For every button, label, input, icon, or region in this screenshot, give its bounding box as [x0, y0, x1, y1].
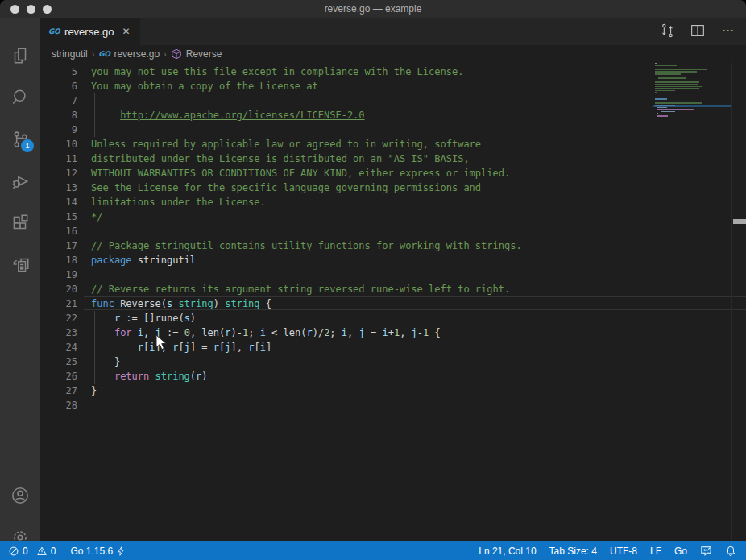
eol-indicator[interactable]: LF	[650, 545, 661, 557]
line-number[interactable]: 10	[40, 137, 77, 151]
code-line[interactable]: 20// Reverse returns its argument string…	[40, 282, 746, 297]
code-line[interactable]: 13See the License for the specific langu…	[40, 180, 746, 195]
code-line[interactable]: 11distributed under the License is distr…	[40, 151, 746, 166]
code-line[interactable]: 18package stringutil	[40, 253, 746, 268]
line-number[interactable]: 16	[40, 224, 77, 239]
code-line[interactable]: 12WITHOUT WARRANTIES OR CONDITIONS OF AN…	[40, 166, 746, 180]
minimap-line	[655, 69, 707, 71]
warning-count: 0	[51, 545, 56, 557]
activity-bar: 1	[0, 18, 40, 541]
more-actions-icon[interactable]: ⋯	[719, 21, 738, 40]
line-number[interactable]: 28	[40, 398, 77, 413]
minimap[interactable]	[653, 63, 731, 541]
line-number[interactable]: 11	[40, 151, 77, 166]
problems-indicator[interactable]: 0 0	[8, 545, 56, 557]
extensions-icon[interactable]	[0, 204, 40, 243]
code-line[interactable]: 15*/	[40, 209, 746, 224]
breadcrumb-symbol[interactable]: Reverse	[186, 48, 222, 60]
window-close-button[interactable]	[10, 5, 19, 14]
code-editor[interactable]: 5you may not use this file except in com…	[40, 63, 746, 541]
code-line[interactable]: 25 }	[40, 355, 746, 369]
code-line[interactable]: 28	[40, 398, 746, 413]
line-number[interactable]: 22	[40, 311, 77, 326]
code-text: }	[91, 355, 120, 369]
indentation-indicator[interactable]: Tab Size: 4	[549, 545, 597, 557]
minimap-line	[657, 115, 668, 117]
line-number[interactable]: 8	[40, 108, 77, 122]
cursor-position-indicator[interactable]: Ln 21, Col 10	[479, 545, 536, 557]
code-area[interactable]: 5you may not use this file except in com…	[40, 63, 746, 541]
code-text: WITHOUT WARRANTIES OR CONDITIONS OF ANY …	[91, 166, 510, 180]
tab-bar: GO reverse.go ✕	[40, 18, 746, 45]
code-line[interactable]: 14limitations under the License.	[40, 195, 746, 209]
line-number[interactable]: 23	[40, 326, 77, 340]
line-number[interactable]: 26	[40, 369, 77, 384]
warning-icon	[36, 545, 48, 557]
search-icon[interactable]	[0, 78, 40, 117]
notifications-bell-icon[interactable]	[725, 545, 736, 557]
minimap-line	[655, 63, 657, 64]
line-number[interactable]: 19	[40, 268, 77, 282]
line-number[interactable]: 20	[40, 282, 77, 297]
run-debug-icon[interactable]	[0, 162, 40, 201]
code-text: for i, j := 0, len(r)-1; i < len(r)/2; i…	[91, 326, 441, 340]
overview-cursor-marker	[733, 219, 746, 224]
sync-docs-icon[interactable]	[0, 246, 40, 284]
code-line[interactable]: 19	[40, 268, 746, 282]
line-number[interactable]: 7	[40, 93, 77, 108]
window-maximize-button[interactable]	[43, 5, 52, 14]
code-line[interactable]: 21func Reverse(s string) string {	[40, 297, 746, 311]
code-line[interactable]: 22 r := []rune(s)	[40, 311, 746, 326]
window-title: reverse.go — example	[325, 3, 422, 15]
code-line[interactable]: 9	[40, 122, 746, 137]
line-number[interactable]: 21	[40, 297, 77, 311]
line-number[interactable]: 13	[40, 180, 77, 195]
indent-guide	[94, 122, 95, 137]
open-changes-icon[interactable]	[657, 21, 677, 40]
explorer-icon[interactable]	[0, 36, 40, 75]
code-line[interactable]: 17// Package stringutil contains utility…	[40, 239, 746, 253]
go-version-indicator[interactable]: Go 1.15.6	[70, 545, 126, 557]
code-text: limitations under the License.	[91, 195, 266, 209]
line-number[interactable]: 9	[40, 122, 77, 137]
code-line[interactable]: 27}	[40, 384, 746, 398]
line-number[interactable]: 25	[40, 355, 77, 369]
tab-reverse-go[interactable]: GO reverse.go ✕	[40, 18, 140, 45]
encoding-indicator[interactable]: UTF-8	[610, 545, 637, 557]
code-line[interactable]: 23 for i, j := 0, len(r)-1; i < len(r)/2…	[40, 326, 746, 340]
line-number[interactable]: 24	[40, 340, 77, 355]
window-minimize-button[interactable]	[27, 5, 35, 14]
line-number[interactable]: 15	[40, 209, 77, 224]
code-line[interactable]: 10Unless required by applicable law or a…	[40, 137, 746, 151]
split-editor-icon[interactable]	[688, 21, 707, 40]
line-number[interactable]: 6	[40, 79, 77, 93]
scrollbar-overview-ruler[interactable]	[731, 63, 746, 541]
go-file-icon: GO	[48, 27, 60, 35]
tab-close-icon[interactable]: ✕	[122, 26, 130, 37]
status-bar: 0 0 Go 1.15.6 Ln 21, Col 10 Tab Size: 4 …	[0, 541, 746, 560]
code-line[interactable]: 6You may obtain a copy of the License at	[40, 79, 746, 93]
code-line[interactable]: 5you may not use this file except in com…	[40, 64, 746, 79]
minimap-line	[657, 109, 694, 110]
minimap-line	[655, 92, 657, 93]
line-number[interactable]: 27	[40, 384, 77, 398]
minimap-line	[655, 102, 702, 104]
line-number[interactable]: 12	[40, 166, 77, 180]
feedback-icon[interactable]	[700, 545, 712, 557]
line-number[interactable]: 14	[40, 195, 77, 209]
breadcrumb-file[interactable]: reverse.go	[114, 48, 160, 60]
line-number[interactable]: 18	[40, 253, 77, 268]
language-mode-indicator[interactable]: Go	[674, 545, 687, 557]
code-line[interactable]: 7	[40, 93, 746, 108]
code-text: http://www.apache.org/licenses/LICENSE-2…	[91, 108, 365, 122]
line-number[interactable]: 17	[40, 239, 77, 253]
breadcrumb-folder[interactable]: stringutil	[52, 48, 88, 60]
line-number[interactable]: 5	[40, 64, 77, 79]
accounts-icon[interactable]	[0, 476, 40, 515]
code-line[interactable]: 16	[40, 224, 746, 239]
source-control-icon[interactable]: 1	[0, 120, 40, 159]
code-line[interactable]: 24 r[i], r[j] = r[j], r[i]	[40, 340, 746, 355]
title-bar: reverse.go — example	[0, 0, 746, 18]
code-line[interactable]: 8 http://www.apache.org/licenses/LICENSE…	[40, 108, 746, 122]
code-line[interactable]: 26 return string(r)	[40, 369, 746, 384]
